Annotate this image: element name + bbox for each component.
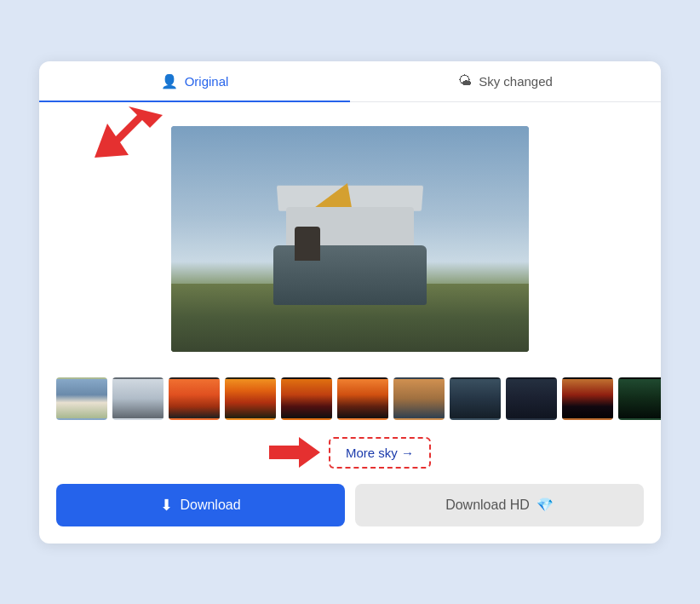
cloud-sun-icon: 🌤	[458, 73, 472, 89]
download-hd-label: Download HD	[445, 498, 530, 513]
tab-bar: 👤 Original 🌤 Sky changed	[39, 61, 661, 102]
sky-thumb-8[interactable]	[450, 377, 501, 420]
svg-marker-2	[269, 437, 320, 468]
tabs-wrapper: 👤 Original 🌤 Sky changed	[39, 61, 661, 102]
image-area	[39, 102, 661, 369]
more-sky-area: More sky →	[39, 425, 661, 484]
sky-thumbnail-strip[interactable]	[39, 369, 661, 425]
download-label: Download	[180, 498, 240, 513]
sky-thumb-1[interactable]	[56, 377, 107, 420]
tab-original[interactable]: 👤 Original	[39, 61, 350, 101]
more-sky-row: More sky →	[269, 437, 431, 469]
download-icon: ⬇	[160, 496, 173, 515]
sky-thumb-4[interactable]	[225, 377, 276, 420]
main-card: 👤 Original 🌤 Sky changed	[39, 61, 661, 544]
van-illustration	[265, 211, 435, 305]
tab-sky-changed[interactable]: 🌤 Sky changed	[350, 61, 661, 101]
sky-thumb-7[interactable]	[393, 377, 445, 420]
sky-thumb-10[interactable]	[562, 377, 613, 420]
sky-thumb-11[interactable]	[618, 377, 661, 420]
download-hd-button[interactable]: Download HD 💎	[355, 484, 644, 526]
tab-original-label: Original	[185, 74, 229, 89]
sky-thumb-6[interactable]	[337, 377, 388, 420]
sky-thumb-2[interactable]	[112, 377, 164, 420]
main-photo	[171, 126, 529, 352]
more-sky-label: More sky →	[346, 446, 414, 460]
more-sky-button[interactable]: More sky →	[329, 437, 431, 469]
download-button[interactable]: ⬇ Download	[56, 484, 345, 526]
sky-thumb-9[interactable]	[506, 377, 557, 420]
sky-thumb-5[interactable]	[281, 377, 332, 420]
thumbnails-container	[56, 369, 661, 425]
more-sky-arrow-svg	[269, 437, 320, 468]
tab-sky-changed-label: Sky changed	[479, 74, 553, 89]
bottom-buttons: ⬇ Download Download HD 💎	[39, 484, 661, 526]
person-figure	[295, 227, 320, 261]
person-icon: 👤	[161, 73, 178, 89]
sky-thumb-3[interactable]	[169, 377, 220, 420]
diamond-icon: 💎	[536, 497, 554, 513]
